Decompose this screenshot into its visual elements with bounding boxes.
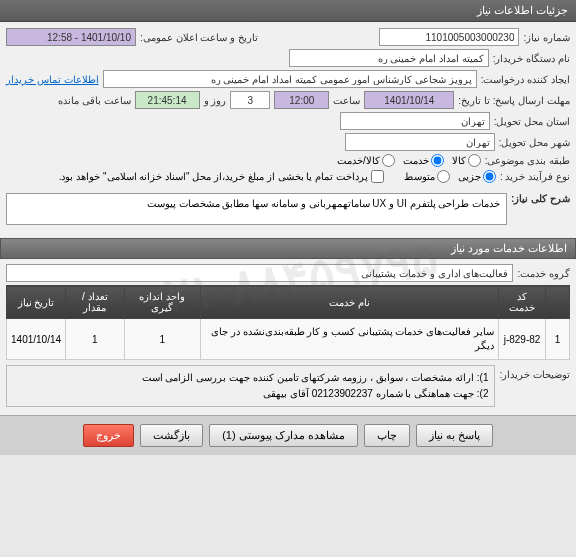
th-code: کد خدمت bbox=[499, 286, 546, 319]
purchase-type-label: نوع فرآیند خرید : bbox=[500, 171, 570, 182]
city-field[interactable] bbox=[345, 133, 495, 151]
radio-goods[interactable]: کالا bbox=[452, 154, 481, 167]
button-bar: پاسخ به نیاز چاپ مشاهده مدارک پیوستی (1)… bbox=[0, 415, 576, 455]
time-label-1: ساعت bbox=[333, 95, 360, 106]
th-name: نام خدمت bbox=[201, 286, 499, 319]
requester-label: ایجاد کننده درخواست: bbox=[481, 74, 570, 85]
window-header: جزئیات اطلاعات نیاز bbox=[0, 0, 576, 22]
notes-label: توضیحات خریدار: bbox=[499, 365, 570, 380]
need-number-label: شماره نیاز: bbox=[523, 32, 570, 43]
service-group-field[interactable] bbox=[6, 264, 513, 282]
province-label: استان محل تحویل: bbox=[494, 116, 570, 127]
cell-date: 1401/10/14 bbox=[7, 319, 66, 360]
services-section-header: اطلاعات خدمات مورد نیاز bbox=[0, 238, 576, 259]
days-remaining-field[interactable] bbox=[230, 91, 270, 109]
need-number-field[interactable] bbox=[379, 28, 519, 46]
radio-both[interactable]: کالا/خدمت bbox=[337, 154, 395, 167]
days-label: روز و bbox=[204, 95, 227, 106]
announce-date-label: تاریخ و ساعت اعلان عمومی: bbox=[140, 32, 258, 43]
radio-small[interactable]: جزیی bbox=[458, 170, 496, 183]
notes-line1: 1): ارائه مشخصات ، سوابق ، رزومه شرکتهای… bbox=[13, 370, 488, 386]
requester-field[interactable] bbox=[103, 70, 477, 88]
th-unit: واحد اندازه گیری bbox=[124, 286, 201, 319]
service-group-label: گروه خدمت: bbox=[517, 268, 570, 279]
description-box: خدمات طراحی پلتفرم UI و UX ساماتهمهربانی… bbox=[6, 193, 507, 225]
purchase-type-radios: جزیی متوسط bbox=[404, 170, 496, 183]
th-date: تاریخ نیاز bbox=[7, 286, 66, 319]
cell-unit: 1 bbox=[124, 319, 201, 360]
radio-medium[interactable]: متوسط bbox=[404, 170, 450, 183]
deadline-label: مهلت ارسال پاسخ: تا تاریخ: bbox=[458, 95, 570, 106]
th-qty: تعداد / مقدار bbox=[66, 286, 124, 319]
table-header-row: کد خدمت نام خدمت واحد اندازه گیری تعداد … bbox=[7, 286, 570, 319]
exit-button[interactable]: خروج bbox=[83, 424, 134, 447]
remaining-label: ساعت باقی مانده bbox=[58, 95, 131, 106]
cell-num: 1 bbox=[546, 319, 570, 360]
classification-label: طبقه بندی موضوعی: bbox=[485, 155, 570, 166]
description-label: شرح کلی نیاز: bbox=[511, 189, 570, 204]
cell-qty: 1 bbox=[66, 319, 124, 360]
cell-code: 829-82-j bbox=[499, 319, 546, 360]
buyer-name-field[interactable] bbox=[289, 49, 489, 67]
contact-link[interactable]: اطلاعات تماس خریدار bbox=[6, 74, 99, 85]
notes-line2: 2): جهت هماهنگی با شماره 02123902237 آقا… bbox=[13, 386, 488, 402]
description-text: خدمات طراحی پلتفرم UI و UX ساماتهمهربانی… bbox=[147, 198, 500, 209]
notes-box: 1): ارائه مشخصات ، سوابق ، رزومه شرکتهای… bbox=[6, 365, 495, 407]
city-label: شهر محل تحویل: bbox=[499, 137, 570, 148]
province-field[interactable] bbox=[340, 112, 490, 130]
buyer-name-label: نام دستگاه خریدار: bbox=[493, 53, 570, 64]
table-row[interactable]: 1 829-82-j سایر فعالیت‌های خدمات پشتیبان… bbox=[7, 319, 570, 360]
time-remaining-field[interactable] bbox=[135, 91, 200, 109]
th-num bbox=[546, 286, 570, 319]
print-button[interactable]: چاپ bbox=[364, 424, 410, 447]
cell-name: سایر فعالیت‌های خدمات پشتیبانی کسب و کار… bbox=[201, 319, 499, 360]
deadline-time-field[interactable] bbox=[274, 91, 329, 109]
treasury-checkbox[interactable]: پرداخت تمام یا بخشی از مبلغ خرید،از محل … bbox=[59, 170, 384, 183]
window-title: جزئیات اطلاعات نیاز bbox=[477, 4, 568, 16]
back-button[interactable]: بازگشت bbox=[140, 424, 203, 447]
attachments-button[interactable]: مشاهده مدارک پیوستی (1) bbox=[209, 424, 358, 447]
form-section: شماره نیاز: تاریخ و ساعت اعلان عمومی: نا… bbox=[0, 22, 576, 238]
announce-date-field[interactable] bbox=[6, 28, 136, 46]
radio-service[interactable]: خدمت bbox=[403, 154, 444, 167]
classification-radios: کالا خدمت کالا/خدمت bbox=[337, 154, 481, 167]
respond-button[interactable]: پاسخ به نیاز bbox=[416, 424, 493, 447]
deadline-date-field[interactable] bbox=[364, 91, 454, 109]
services-table: کد خدمت نام خدمت واحد اندازه گیری تعداد … bbox=[6, 285, 570, 360]
